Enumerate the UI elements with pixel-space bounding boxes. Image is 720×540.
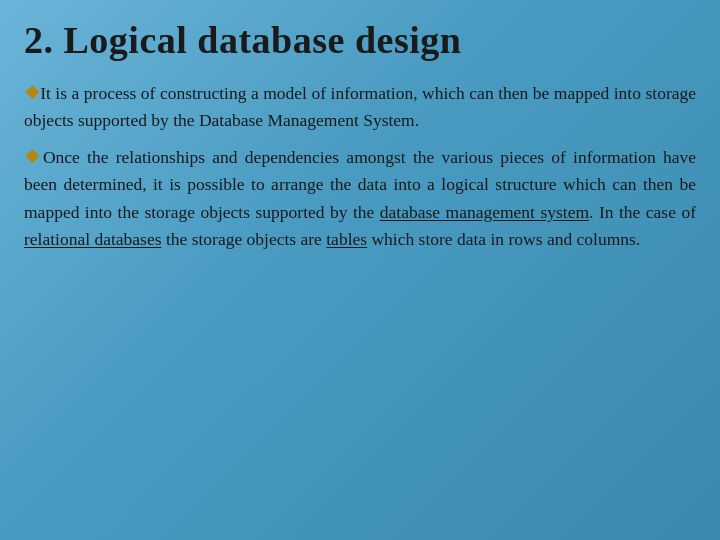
paragraph-2: ❖Once the relationships and dependencies… [24, 144, 696, 253]
paragraph-1: ❖It is a process of constructing a model… [24, 80, 696, 134]
para2-text-2: . In the case of [589, 202, 696, 222]
relational-databases-link[interactable]: relational databases [24, 229, 162, 249]
paragraph-1-text: It is a process of constructing a model … [24, 83, 696, 130]
content-area: ❖It is a process of constructing a model… [24, 80, 696, 263]
para2-text-4: which store data in rows and columns. [367, 229, 640, 249]
para2-text-3: the storage objects are [162, 229, 327, 249]
database-management-system-link[interactable]: database management system [380, 202, 589, 222]
bullet-1: ❖ [24, 83, 40, 103]
bullet-2: ❖ [24, 147, 43, 167]
page-title: 2. Logical database design [24, 18, 696, 62]
tables-link[interactable]: tables [326, 229, 367, 249]
